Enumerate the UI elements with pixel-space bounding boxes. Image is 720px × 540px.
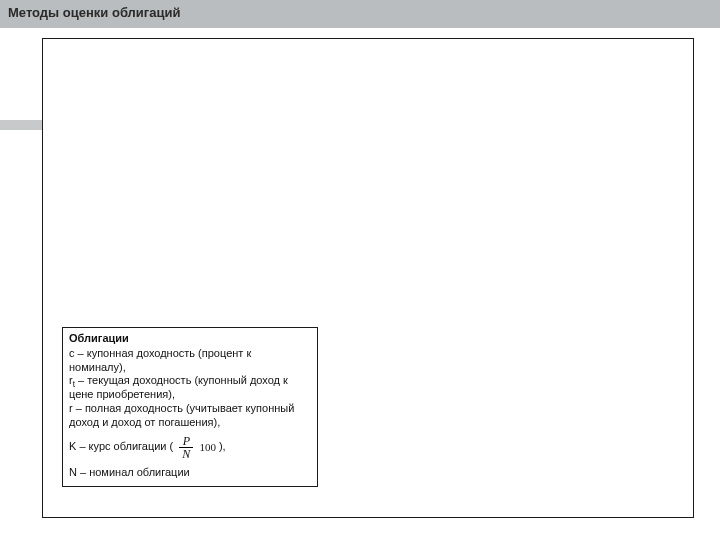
card-title: Облигации [69, 332, 311, 346]
page-title: Методы оценки облигаций [8, 5, 180, 20]
definitions-card: Облигации c – купонная доходность (проце… [62, 327, 318, 487]
fraction-denominator: N [179, 448, 193, 460]
fraction-icon: P N [179, 435, 193, 460]
def-current-yield: rt – текущая доходность (купонный доход … [69, 374, 311, 402]
content-frame: Облигации c – купонная доходность (проце… [42, 38, 694, 518]
def-current-text: – текущая доходность (купонный доход к ц… [69, 374, 288, 400]
def-rate: K – курс облигации ( P N 100 ), [69, 435, 311, 460]
times-hundred: 100 [199, 441, 216, 453]
def-full-yield: r – полная доходность (учитывает купонны… [69, 402, 311, 430]
def-rate-prefix: K – курс облигации ( [69, 441, 176, 453]
def-rate-suffix: ), [219, 441, 226, 453]
def-nominal: N – номинал облигации [69, 466, 311, 480]
def-coupon: c – купонная доходность (процент к номин… [69, 347, 311, 375]
slide: Методы оценки облигаций Облигации c – ку… [0, 0, 720, 540]
